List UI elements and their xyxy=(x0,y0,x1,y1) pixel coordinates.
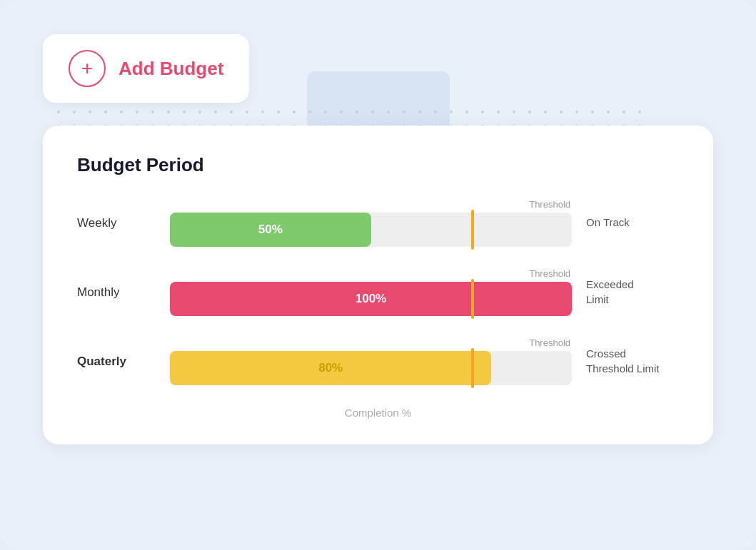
dot xyxy=(167,111,170,113)
dot xyxy=(450,111,453,113)
dot xyxy=(198,111,201,113)
dot xyxy=(544,111,547,113)
bar-fill-quarterly: 80% xyxy=(170,351,491,385)
bar-fill-monthly: 100% xyxy=(170,282,572,316)
status-label-monthly: Exceeded Limit xyxy=(586,277,679,307)
completion-label: Completion % xyxy=(77,407,679,419)
dot xyxy=(560,111,563,113)
dot xyxy=(607,111,610,113)
dot xyxy=(183,111,186,113)
dot xyxy=(481,111,484,113)
bar-track-quarterly: 80% xyxy=(170,351,572,385)
threshold-label-quarterly: Threshold xyxy=(170,337,572,348)
threshold-line-quarterly xyxy=(471,348,474,388)
dot xyxy=(57,111,60,113)
dot xyxy=(89,111,91,113)
budget-row-weekly: WeeklyThreshold50%On Track xyxy=(77,199,679,247)
dot xyxy=(120,111,123,113)
dot xyxy=(230,111,233,113)
dot xyxy=(136,111,138,113)
app-container: + Add Budget Budget Period WeeklyThresho… xyxy=(0,0,756,550)
dot xyxy=(104,111,107,113)
dot xyxy=(293,111,296,113)
plus-circle-icon: + xyxy=(69,50,106,87)
dot xyxy=(214,111,217,113)
threshold-line-monthly xyxy=(471,279,474,319)
dot xyxy=(246,111,248,113)
dot xyxy=(151,111,154,113)
add-budget-card[interactable]: + Add Budget xyxy=(43,34,249,103)
bar-section-monthly: Threshold100% xyxy=(170,268,572,316)
bar-section-quarterly: Threshold80% xyxy=(170,337,572,385)
dot xyxy=(528,111,531,113)
threshold-line-weekly xyxy=(471,210,474,250)
bar-track-weekly: 50% xyxy=(170,213,572,247)
dot xyxy=(575,111,578,113)
row-label-weekly: Weekly xyxy=(77,216,170,230)
dot xyxy=(277,111,280,113)
dot xyxy=(638,111,641,113)
dot xyxy=(591,111,594,113)
budget-row-quarterly: QuaterlyThreshold80%Crossed Threshold Li… xyxy=(77,337,679,385)
row-label-quarterly: Quaterly xyxy=(77,355,170,369)
budget-row-monthly: MonthlyThreshold100%Exceeded Limit xyxy=(77,268,679,316)
chart-card: Budget Period WeeklyThreshold50%On Track… xyxy=(43,126,713,444)
dot xyxy=(623,111,625,113)
bar-fill-weekly: 50% xyxy=(170,213,371,247)
row-label-monthly: Monthly xyxy=(77,285,170,300)
dot xyxy=(497,111,500,113)
threshold-label-weekly: Threshold xyxy=(170,199,572,210)
dot xyxy=(261,111,264,113)
bar-section-weekly: Threshold50% xyxy=(170,199,572,247)
dot xyxy=(513,111,515,113)
dot xyxy=(73,111,76,113)
chart-title: Budget Period xyxy=(77,154,679,176)
bar-track-monthly: 100% xyxy=(170,282,572,316)
add-budget-label: Add Budget xyxy=(119,58,223,80)
dot xyxy=(465,111,468,113)
status-label-quarterly: Crossed Threshold Limit xyxy=(586,347,679,376)
status-label-weekly: On Track xyxy=(586,215,679,230)
threshold-label-monthly: Threshold xyxy=(170,268,572,279)
